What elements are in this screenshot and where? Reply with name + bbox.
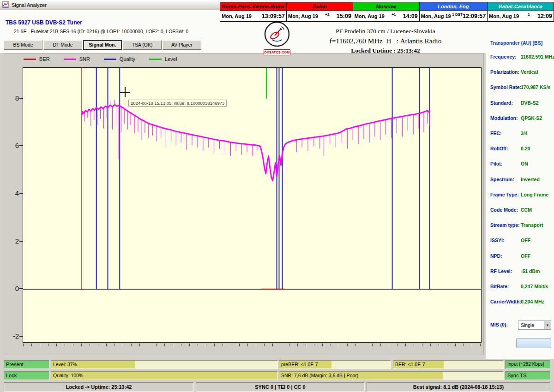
tp-field-value: OFF — [521, 253, 530, 259]
tuner-name: TBS 5927 USB DVB-S2 Tuner — [6, 19, 82, 26]
tp-field-value: Vertical — [521, 69, 538, 75]
clock-time-0: Mon, Aug 1913:09:57 — [220, 11, 287, 22]
level-bar: Level: 37% — [51, 360, 278, 369]
chart-panel: BERSNRQualityLevel 86420-2 — [4, 53, 484, 355]
tp-field-value: 3/4 — [521, 131, 528, 136]
tp-field-label: Frame Type: — [490, 192, 519, 197]
legend-swatch — [24, 59, 36, 60]
x-axis-ticks — [23, 344, 481, 346]
legend-swatch — [104, 59, 116, 60]
tp-field-label: Pilot: — [490, 161, 502, 166]
transponder-action-button[interactable] — [516, 338, 551, 348]
tab-signal-mon[interactable]: Signal Mon. — [83, 40, 122, 50]
y-axis-label: 2 — [5, 237, 19, 245]
tp-field-label: Code Mode: — [490, 207, 518, 213]
tp-field-value: 0,204 MHz — [521, 299, 544, 304]
snr-bar: SNR: 7,6 dB (Margin: 3,6 dB | Poor) — [279, 371, 504, 380]
signal-plot[interactable] — [23, 67, 482, 343]
clock-city-2: Moscow — [353, 2, 419, 11]
tp-field-label: Stream type: — [490, 222, 520, 228]
tp-field-npd: NPD:OFF — [486, 253, 554, 262]
tp-field-fec: FEC:3/4 — [486, 131, 554, 140]
tp-field-carrierwidth: CarrierWidth:0,204 MHz — [486, 299, 554, 308]
tp-field-issyi: ISSYI:OFF — [486, 238, 554, 247]
tp-field-spectrum: Spectrum:Inverted — [486, 177, 554, 186]
clock-time-4: Mon, Aug 19-112:09 — [488, 11, 554, 22]
tp-field-standard: Standard:DVB-S2 — [486, 100, 554, 109]
legend-label: BER — [39, 56, 50, 62]
tp-field-value: 11602,591 MHz — [521, 54, 554, 59]
clock-city-0: Berlin-Paris-Vienna-Roma — [220, 2, 287, 11]
tp-field-bitrate: BitRate:0,247 Mbit/s — [486, 284, 554, 293]
y-axis-tick — [19, 193, 23, 194]
station-header: PF Prodelin 370 cm / Lucenec-Slovakia f=… — [286, 28, 485, 54]
quality-bar-fill — [51, 372, 277, 380]
tp-field-code-mode: Code Mode:CCM — [486, 207, 554, 216]
y-axis-tick — [19, 288, 23, 289]
present-indicator: Present — [4, 360, 49, 369]
y-axis-label: 4 — [5, 189, 19, 197]
tab-tsa-ok[interactable]: TSA (OK) — [123, 40, 162, 50]
satellite-dish-icon — [264, 21, 290, 47]
legend-swatch — [64, 59, 76, 60]
tp-field-label: Modulation: — [490, 115, 518, 121]
tp-field-modulation: Modulation:QPSK-S2 — [486, 115, 554, 125]
legend-item-quality: Quality — [104, 56, 135, 62]
chevron-down-icon[interactable]: ▼ — [544, 321, 551, 329]
tp-field-rf-level: RF Level:-51 dBm — [486, 268, 554, 278]
tp-field-value: Inverted — [521, 177, 540, 182]
tp-field-frame-type: Frame Type:Long Frame — [486, 192, 554, 201]
tp-field-value: DVB-S2 — [521, 100, 539, 106]
app-window: Signal Analyzer TBS 5927 USB DVB-S2 Tune… — [0, 0, 554, 392]
tp-field-label: NPD: — [490, 253, 502, 259]
tp-field-label: ISSYI: — [490, 238, 504, 243]
y-axis-tick — [19, 241, 23, 242]
y-axis-tick — [19, 336, 23, 337]
legend-label: Quality — [120, 56, 135, 62]
app-icon — [2, 1, 9, 9]
tp-field-pilot: Pilot:ON — [486, 161, 554, 170]
mis-dropdown[interactable]: Single ▼ — [518, 321, 551, 330]
tp-field-label: Polarization: — [490, 69, 519, 75]
tab-bs-mode[interactable]: BS Mode — [4, 40, 42, 50]
mis-selected-value: Single — [521, 322, 534, 328]
mis-row: MIS (0): Single ▼ — [486, 321, 554, 330]
tp-field-label: RF Level: — [490, 268, 512, 274]
lock-indicator: Lock — [4, 371, 49, 380]
legend-item-snr: SNR — [64, 56, 90, 62]
tp-field-frequency: Frequency:11602,591 MHz — [486, 54, 554, 63]
legend-item-ber: BER — [24, 56, 50, 62]
tp-field-polarization: Polarization:Vertical — [486, 69, 554, 78]
tuner-details: 21.6E - Eutelsat 21B SES 16 (ID: 0216) @… — [14, 29, 188, 34]
input-indicator: Input (~282 Kbps) — [505, 360, 550, 369]
tp-field-value: CCM — [521, 207, 532, 213]
value-tooltip: 2024-08-18 15.13.05, value: 8,1000003814… — [128, 100, 227, 107]
world-clocks: Berlin-Paris-Vienna-RomaDubaiMoscowLondo… — [220, 2, 554, 22]
tp-field-value: QPSK-S2 — [521, 115, 542, 121]
sync-ts-indicator: Sync TS — [505, 371, 550, 380]
tp-field-rolloff: RollOff:0.20 — [486, 146, 554, 155]
logo-text: DXSATCS.COM — [264, 49, 290, 55]
tp-field-value: -51 dBm — [521, 268, 540, 274]
quality-bar: Quality: 100% — [51, 371, 278, 380]
legend-label: SNR — [79, 56, 90, 62]
tp-field-symbol-rate: Symbol Rate:170,987 KS/s — [486, 84, 554, 94]
tp-field-label: Standard: — [490, 100, 513, 106]
legend-swatch — [149, 59, 162, 60]
ber-bar: BER: <1.0E-7 — [393, 360, 504, 369]
dish-location: PF Prodelin 370 cm / Lucenec-Slovakia — [286, 28, 485, 35]
transponder-title: Transponder (AU) [BS] — [490, 40, 542, 46]
cursor-crosshair-horizontal — [120, 92, 130, 93]
chart-legend: BERSNRQualityLevel — [24, 56, 177, 62]
tp-field-label: Spectrum: — [490, 177, 514, 182]
legend-label: Level — [165, 56, 177, 62]
tp-field-value: 0,247 Mbit/s — [521, 284, 548, 289]
preber-bar: preBER: <1.0E-7 — [279, 360, 391, 369]
y-axis-label: -2 — [5, 332, 19, 340]
y-axis-label: 8 — [5, 94, 19, 102]
clock-city-1: Dubai — [286, 2, 353, 11]
tab-dt-mode[interactable]: DT Mode — [43, 40, 82, 50]
tab-av-player[interactable]: AV Player — [163, 40, 201, 50]
tp-field-value: Transport — [521, 222, 543, 228]
mode-tabs: BS ModeDT ModeSignal Mon.TSA (OK)AV Play… — [4, 40, 202, 50]
